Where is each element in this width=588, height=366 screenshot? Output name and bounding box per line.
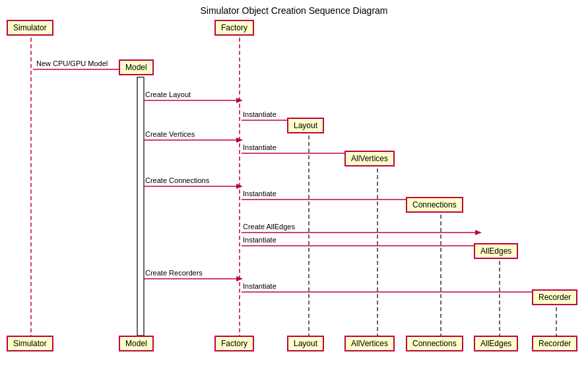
svg-text:Create Layout: Create Layout: [145, 91, 191, 98]
arrows-svg: New CPU/GPU Model Create Layout Instanti…: [0, 0, 588, 366]
svg-text:Instantiate: Instantiate: [243, 143, 277, 151]
svg-text:Create  AllEdges: Create AllEdges: [243, 223, 295, 231]
factory-bottom-box: Factory: [214, 336, 254, 351]
svg-text:Instantiate: Instantiate: [243, 236, 277, 244]
recorder-box: Recorder: [532, 289, 577, 305]
svg-rect-8: [137, 77, 144, 336]
svg-text:Create Connections: Create Connections: [145, 176, 210, 184]
factory-top-box: Factory: [214, 20, 254, 36]
allvertices-box: AllVertices: [344, 151, 395, 166]
svg-text:Instantiate: Instantiate: [243, 110, 277, 118]
svg-text:Create Recorders: Create Recorders: [145, 269, 203, 277]
layout-bottom-box: Layout: [287, 336, 324, 351]
layout-box: Layout: [287, 118, 324, 133]
svg-text:Instantiate: Instantiate: [243, 190, 277, 198]
svg-text:Instantiate: Instantiate: [243, 282, 277, 290]
sequence-diagram: Simulator Object Creation Sequence Diagr…: [0, 0, 588, 366]
alledges-bottom-box: AllEdges: [474, 336, 518, 351]
model-top-box: Model: [119, 59, 154, 75]
allvertices-bottom-box: AllVertices: [344, 336, 395, 351]
model-bottom-box: Model: [119, 336, 154, 351]
recorder-bottom-box: Recorder: [532, 336, 577, 351]
simulator-top-box: Simulator: [7, 20, 53, 36]
alledges-box: AllEdges: [474, 243, 518, 259]
svg-text:New CPU/GPU Model: New CPU/GPU Model: [36, 59, 108, 67]
simulator-bottom-box: Simulator: [7, 336, 53, 351]
connections-box: Connections: [406, 197, 463, 213]
svg-marker-31: [475, 230, 482, 235]
svg-text:Create Vertices: Create Vertices: [145, 130, 195, 138]
connections-bottom-box: Connections: [406, 336, 463, 351]
